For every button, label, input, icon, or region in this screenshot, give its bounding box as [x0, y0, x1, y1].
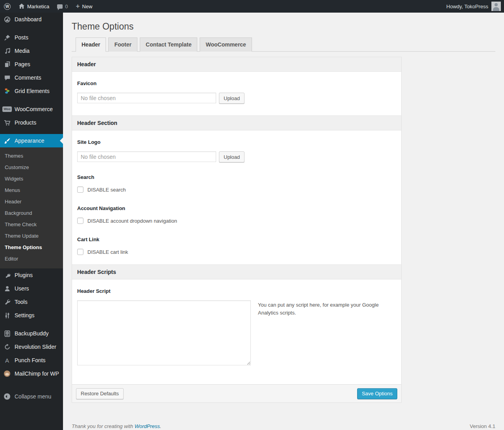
sidebar-item-pages[interactable]: Pages	[0, 58, 63, 71]
sidebar-item-label: Pages	[15, 61, 30, 67]
restore-defaults-button[interactable]: Restore Defaults	[76, 388, 124, 399]
comments-count: 0	[65, 4, 68, 9]
submenu-item-widgets[interactable]: Widgets	[0, 173, 63, 184]
sidebar-item-label: Posts	[15, 34, 28, 41]
sidebar-item-plugins[interactable]: Plugins	[0, 268, 63, 282]
pages-icon	[3, 61, 11, 68]
home-icon	[19, 3, 25, 9]
sidebar-item-appearance[interactable]: Appearance	[0, 134, 63, 147]
plus-icon: +	[76, 3, 80, 9]
comments-shortcut[interactable]: 0	[53, 0, 72, 13]
cart-icon	[3, 119, 11, 126]
sidebar-item-posts[interactable]: Posts	[0, 31, 63, 44]
favicon-file-input[interactable]	[77, 93, 216, 103]
submenu-item-editor[interactable]: Editor	[0, 253, 63, 264]
wrench-icon	[3, 299, 11, 305]
sidebar-item-label: Settings	[15, 312, 35, 318]
pin-icon	[3, 34, 11, 41]
sidebar-item-settings[interactable]: Settings	[0, 309, 63, 322]
submenu-item-themes[interactable]: Themes	[0, 150, 63, 162]
header-script-section: Header Script You can put any script her…	[72, 279, 401, 384]
sidebar-item-label: Collapse menu	[15, 393, 51, 400]
disable-account-nav-label: DISABLE account dropdown navigation	[87, 218, 177, 224]
main-content: Theme Options Header Footer Contact Temp…	[63, 13, 504, 430]
sidebar-item-label: Tools	[15, 299, 28, 305]
submenu-item-background[interactable]: Background	[0, 207, 63, 219]
favicon-section: Favicon Upload	[72, 72, 401, 115]
tab-woocommerce[interactable]: WooCommerce	[200, 37, 252, 52]
submenu-item-menus[interactable]: Menus	[0, 184, 63, 196]
version-text: Version 4.1	[470, 423, 495, 429]
disable-search-label: DISABLE search	[87, 187, 126, 193]
dashboard-icon	[3, 16, 11, 23]
submenu-item-theme-update[interactable]: Theme Update	[0, 230, 63, 242]
sidebar-item-woocommerce[interactable]: Woo WooCommerce	[0, 102, 63, 116]
sidebar-item-users[interactable]: Users	[0, 282, 63, 295]
footer-thanks-text: Thank you for creating with WordPress.	[72, 423, 161, 429]
submenu-item-customize[interactable]: Customize	[0, 162, 63, 173]
disable-cart-link-label: DISABLE cart link	[87, 249, 128, 255]
disable-cart-link-checkbox[interactable]	[77, 249, 83, 255]
search-label: Search	[77, 174, 396, 180]
sidebar-item-label: BackupBuddy	[15, 330, 48, 337]
user-icon	[3, 285, 11, 292]
favicon-upload-button[interactable]: Upload	[219, 93, 245, 104]
sidebar-item-label: Punch Fonts	[15, 357, 46, 363]
sidebar-item-label: Media	[15, 48, 30, 54]
backupbuddy-icon	[3, 330, 11, 337]
header-script-textarea[interactable]	[77, 300, 251, 365]
site-logo-label: Site Logo	[77, 139, 396, 145]
admin-sidebar: Dashboard Posts Media Pages Comments Gri…	[0, 13, 63, 430]
sidebar-item-label: Plugins	[15, 272, 33, 278]
new-content-menu[interactable]: + New	[72, 0, 96, 13]
site-name-label: Marketica	[27, 4, 49, 9]
site-name-link[interactable]: Marketica	[15, 0, 53, 13]
site-logo-upload-button[interactable]: Upload	[219, 151, 245, 162]
site-logo-file-input[interactable]	[77, 151, 216, 162]
howdy-account-link[interactable]: Howdy, TokoPress	[447, 4, 488, 9]
sidebar-item-comments[interactable]: Comments	[0, 71, 63, 84]
account-navigation-label: Account Navigation	[77, 205, 396, 211]
sidebar-item-mailchimp[interactable]: MailChimp for WP	[0, 367, 63, 380]
wordpress-menu[interactable]: W	[0, 0, 15, 13]
header-script-label: Header Script	[77, 288, 396, 294]
collapse-menu-button[interactable]: Collapse menu	[0, 390, 63, 403]
sidebar-item-backupbuddy[interactable]: BackupBuddy	[0, 327, 63, 340]
collapse-arrow-icon	[3, 393, 11, 400]
grid-elements-icon	[3, 88, 11, 95]
disable-search-checkbox[interactable]	[77, 186, 83, 193]
avatar[interactable]	[491, 2, 501, 11]
tab-header[interactable]: Header	[76, 37, 106, 52]
refresh-arrows-icon	[3, 344, 11, 350]
sidebar-item-label: Revolution Slider	[15, 344, 56, 350]
sidebar-item-label: Grid Elements	[15, 88, 50, 94]
sidebar-item-products[interactable]: Products	[0, 116, 63, 129]
sidebar-item-media[interactable]: Media	[0, 44, 63, 58]
sidebar-item-revolution-slider[interactable]: Revolution Slider	[0, 340, 63, 354]
sidebar-item-dashboard[interactable]: Dashboard	[0, 13, 63, 26]
submenu-item-theme-check[interactable]: Theme Check	[0, 219, 63, 230]
mailchimp-monkey-icon	[3, 370, 11, 377]
comment-icon	[3, 74, 11, 81]
sidebar-item-label: WooCommerce	[15, 106, 53, 112]
section-header: Header	[72, 57, 401, 72]
tab-bar: Header Footer Contact Template WooCommer…	[72, 37, 495, 52]
sidebar-item-grid-elements[interactable]: Grid Elements	[0, 84, 63, 98]
save-options-button[interactable]: Save Options	[357, 388, 397, 399]
sidebar-item-tools[interactable]: Tools	[0, 295, 63, 309]
tab-contact-template[interactable]: Contact Template	[140, 37, 197, 52]
admin-bar: W Marketica 0 + New Howdy, TokoPress	[0, 0, 504, 13]
wordpress-link[interactable]: WordPress	[135, 423, 160, 429]
theme-options-panel: Header Favicon Upload Header Section Sit…	[72, 57, 402, 403]
wordpress-logo-icon: W	[4, 3, 11, 10]
submenu-item-theme-options[interactable]: Theme Options	[0, 242, 63, 253]
page-title: Theme Options	[72, 21, 495, 32]
disable-account-nav-checkbox[interactable]	[77, 218, 83, 224]
sidebar-item-label: Dashboard	[15, 16, 42, 22]
tab-footer[interactable]: Footer	[108, 37, 137, 52]
sidebar-item-label: Users	[15, 285, 29, 292]
section-header-scripts: Header Scripts	[72, 264, 401, 279]
sidebar-item-punch-fonts[interactable]: A Punch Fonts	[0, 354, 63, 367]
sliders-icon	[3, 312, 11, 319]
submenu-item-header[interactable]: Header	[0, 196, 63, 207]
